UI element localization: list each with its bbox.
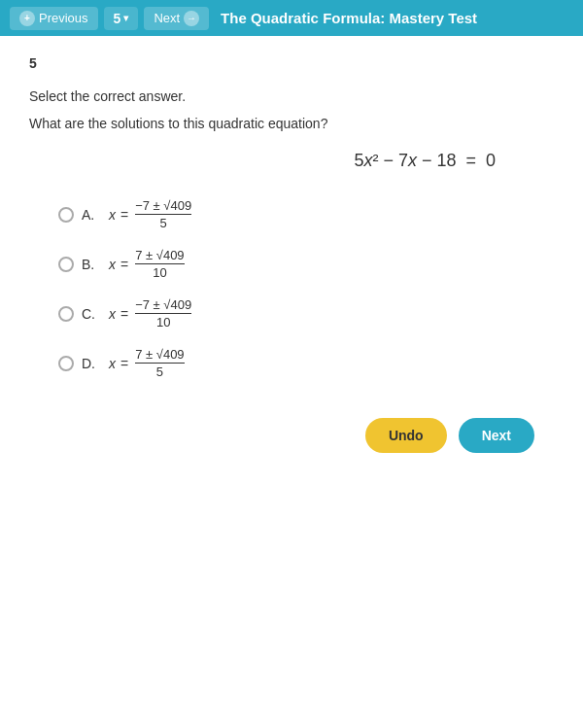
next-icon: → — [184, 11, 199, 26]
page-title: The Quadratic Formula: Mastery Test — [221, 10, 477, 26]
previous-icon: + — [19, 11, 35, 26]
option-d-row: D. x = 7 ± √409 5 — [58, 347, 554, 379]
option-c-fraction: −7 ± √409 10 — [135, 297, 191, 329]
option-c-denominator: 10 — [156, 314, 170, 329]
option-a-label: A. — [82, 207, 101, 223]
option-c-numerator: −7 ± √409 — [135, 297, 191, 314]
options-list: A. x = −7 ± √409 5 B. x = 7 ± √409 10 — [58, 198, 554, 379]
option-b-formula: x = 7 ± √409 10 — [109, 248, 187, 280]
previous-label: Previous — [39, 11, 88, 25]
option-a-numerator: −7 ± √409 — [135, 198, 191, 215]
option-a-denominator: 5 — [160, 215, 167, 230]
next-header-label: Next — [154, 11, 180, 25]
option-d-numerator: 7 ± √409 — [135, 347, 184, 364]
question-number-button[interactable]: 5 ▾ — [104, 7, 139, 30]
option-c-radio[interactable] — [58, 306, 74, 322]
previous-button[interactable]: + Previous — [10, 7, 98, 30]
option-b-numerator: 7 ± √409 — [135, 248, 184, 264]
next-header-button[interactable]: Next → — [144, 7, 209, 30]
option-a-formula: x = −7 ± √409 5 — [109, 198, 193, 230]
question-number-display: 5 — [114, 11, 121, 26]
option-b-label: B. — [82, 257, 101, 272]
option-d-radio[interactable] — [58, 356, 74, 371]
option-c-label: C. — [82, 306, 101, 322]
option-c-row: C. x = −7 ± √409 10 — [58, 297, 554, 329]
option-a-fraction: −7 ± √409 5 — [135, 198, 191, 230]
option-b-radio[interactable] — [58, 257, 74, 272]
option-a-radio[interactable] — [58, 207, 74, 223]
chevron-down-icon: ▾ — [123, 13, 128, 23]
header: + Previous 5 ▾ Next → The Quadratic Form… — [0, 0, 583, 36]
option-d-label: D. — [82, 356, 101, 371]
option-d-formula: x = 7 ± √409 5 — [109, 347, 187, 379]
button-row: Undo Next — [29, 418, 554, 453]
undo-button[interactable]: Undo — [365, 418, 447, 453]
instruction-text: Select the correct answer. — [29, 88, 554, 104]
equation-display: 5x² − 7x − 18 = 0 — [29, 151, 554, 171]
main-content: 5 Select the correct answer. What are th… — [0, 36, 583, 728]
question-text: What are the solutions to this quadratic… — [29, 116, 554, 131]
option-c-formula: x = −7 ± √409 10 — [109, 297, 193, 329]
next-button[interactable]: Next — [459, 418, 534, 453]
option-d-fraction: 7 ± √409 5 — [135, 347, 184, 379]
option-a-row: A. x = −7 ± √409 5 — [58, 198, 554, 230]
option-b-row: B. x = 7 ± √409 10 — [58, 248, 554, 280]
option-d-denominator: 5 — [156, 364, 163, 379]
option-b-denominator: 10 — [153, 264, 166, 280]
option-b-fraction: 7 ± √409 10 — [135, 248, 184, 280]
question-number-label: 5 — [29, 55, 554, 71]
